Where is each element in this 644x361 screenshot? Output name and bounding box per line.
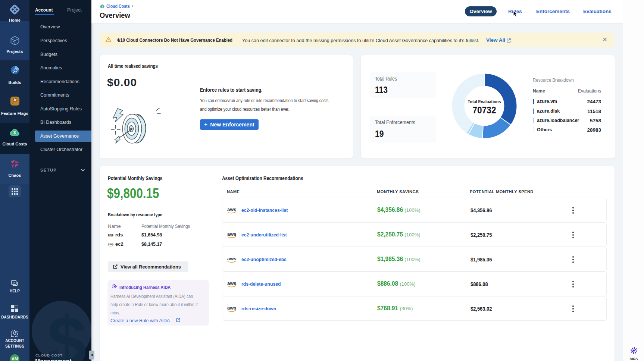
svg-text:Total Evaluations: Total Evaluations	[468, 99, 501, 104]
svg-text:aws: aws	[227, 207, 237, 212]
svg-text:aws: aws	[227, 231, 237, 237]
svg-text:$: $	[13, 130, 16, 135]
svg-text:aws: aws	[227, 256, 237, 261]
svg-text:aws: aws	[108, 242, 113, 246]
svg-text:70732: 70732	[473, 105, 496, 115]
svg-text:aws: aws	[227, 280, 237, 286]
svg-text:?: ?	[13, 281, 15, 285]
svg-text:aws: aws	[227, 305, 237, 311]
svg-text:$: $	[101, 5, 103, 8]
svg-text:aws: aws	[108, 233, 113, 236]
